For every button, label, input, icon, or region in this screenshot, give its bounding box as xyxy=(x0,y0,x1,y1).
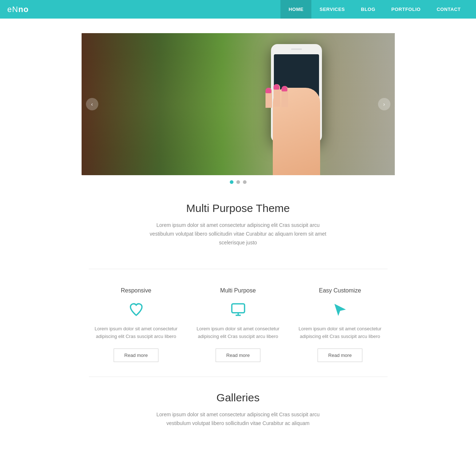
phone-speaker xyxy=(291,48,302,50)
cursor-icon xyxy=(331,300,349,319)
nav-link-blog[interactable]: BLOG xyxy=(353,0,383,19)
slider-dots xyxy=(82,180,395,184)
monitor-icon xyxy=(229,300,247,319)
slider-next-button[interactable]: › xyxy=(378,98,390,110)
nav-link-contact[interactable]: CONTACT xyxy=(429,0,469,19)
section-divider xyxy=(89,269,388,269)
nav-item-portfolio[interactable]: PORTFOLIO xyxy=(383,0,429,19)
monitor-svg xyxy=(231,302,246,317)
nav-item-services[interactable]: SERVICES xyxy=(311,0,353,19)
nav-links: HOME SERVICES BLOG PORTFOLIO CONTACT xyxy=(280,0,469,19)
galleries-section: Galleries Lorem ipsum dolor sit amet con… xyxy=(89,377,388,435)
feature-responsive: Responsive Lorem ipsum dolor sit amet co… xyxy=(89,287,184,362)
svg-rect-0 xyxy=(232,304,244,313)
theme-title: Multi Purpose Theme xyxy=(89,202,388,215)
svg-marker-3 xyxy=(334,304,346,316)
galleries-title: Galleries xyxy=(89,392,388,404)
read-more-customize-button[interactable]: Read more xyxy=(318,349,362,362)
feature-multipurpose: Multi Purpose Lorem ipsum dolor sit amet… xyxy=(191,287,286,362)
slider-prev-button[interactable]: ‹ xyxy=(86,98,98,110)
nav-item-contact[interactable]: CONTACT xyxy=(429,0,469,19)
cursor-svg xyxy=(333,302,348,317)
nav-link-portfolio[interactable]: PORTFOLIO xyxy=(383,0,429,19)
nav-link-home[interactable]: HOME xyxy=(280,0,311,19)
feature-customize-desc: Lorem ipsum dolor sit amet consectetur a… xyxy=(296,325,384,341)
heart-icon xyxy=(127,300,145,319)
brand-logo[interactable]: eNno xyxy=(7,5,280,14)
feature-responsive-desc: Lorem ipsum dolor sit amet consectetur a… xyxy=(93,325,180,341)
hero-slider: ‹ › xyxy=(82,33,395,184)
feature-customize: Easy Customize Lorem ipsum dolor sit ame… xyxy=(293,287,388,362)
hero-hand xyxy=(262,73,335,175)
nav-link-services[interactable]: SERVICES xyxy=(311,0,353,19)
heart-svg xyxy=(129,302,144,317)
read-more-multipurpose-button[interactable]: Read more xyxy=(216,349,260,362)
slider-dot-3[interactable] xyxy=(243,180,247,184)
hero-image: ‹ › xyxy=(82,33,395,175)
navbar: eNno HOME SERVICES BLOG PORTFOLIO CONTAC… xyxy=(0,0,476,19)
nav-item-blog[interactable]: BLOG xyxy=(353,0,383,19)
feature-responsive-title: Responsive xyxy=(93,287,180,294)
slider-dot-2[interactable] xyxy=(236,180,240,184)
hero-background xyxy=(82,33,395,175)
main-content: Multi Purpose Theme Lorem ipsum dolor si… xyxy=(82,184,395,435)
feature-customize-title: Easy Customize xyxy=(296,287,384,294)
read-more-responsive-button[interactable]: Read more xyxy=(114,349,158,362)
feature-multipurpose-desc: Lorem ipsum dolor sit amet consectetur a… xyxy=(194,325,282,341)
features-section: Responsive Lorem ipsum dolor sit amet co… xyxy=(89,280,388,377)
theme-section: Multi Purpose Theme Lorem ipsum dolor si… xyxy=(89,184,388,258)
theme-description: Lorem ipsum dolor sit amet consectetur a… xyxy=(147,221,329,247)
nav-item-home[interactable]: HOME xyxy=(280,0,311,19)
galleries-description: Lorem ipsum dolor sit amet consectetur a… xyxy=(147,410,329,428)
slider-dot-1[interactable] xyxy=(230,180,233,184)
feature-multipurpose-title: Multi Purpose xyxy=(194,287,282,294)
